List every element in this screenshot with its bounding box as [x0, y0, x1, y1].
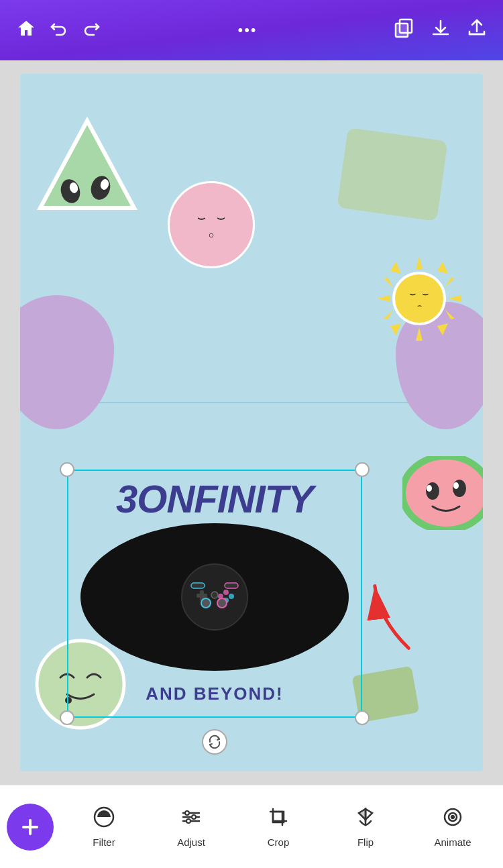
purple-blob-left	[20, 295, 114, 429]
adjust-label: Adjust	[177, 836, 205, 848]
redo-icon[interactable]	[82, 19, 101, 42]
pink-circle-character: ⌣ ⌣ ○	[168, 181, 255, 268]
svg-marker-12	[390, 262, 401, 274]
tool-animate[interactable]: Animate	[409, 801, 496, 853]
undo-icon[interactable]	[50, 19, 68, 42]
sun-character: ⌣⌣ ⌢	[376, 255, 463, 342]
svg-marker-7	[416, 256, 423, 270]
oval-shape	[80, 523, 349, 671]
svg-marker-14	[390, 323, 401, 335]
canvas-area: ⌣ ⌣ ○	[0, 60, 503, 785]
svg-rect-41	[225, 583, 238, 588]
svg-point-49	[185, 811, 189, 815]
svg-marker-11	[437, 262, 448, 274]
svg-marker-13	[437, 323, 448, 335]
fab-add-button[interactable]	[7, 804, 54, 851]
adjust-icon	[180, 806, 202, 832]
rotate-handle[interactable]	[202, 729, 227, 755]
svg-marker-10	[448, 295, 461, 302]
animate-icon	[442, 806, 463, 832]
svg-point-33	[223, 590, 229, 595]
crop-label: Crop	[268, 836, 290, 848]
svg-point-50	[192, 815, 196, 819]
svg-point-24	[427, 485, 432, 492]
svg-marker-18	[384, 310, 393, 319]
svg-marker-16	[384, 278, 393, 287]
selected-element[interactable]: 3ONFINITY	[67, 470, 362, 718]
svg-marker-2	[40, 121, 134, 208]
top-toolbar: •••	[0, 0, 503, 60]
animate-label: Animate	[434, 836, 471, 848]
bottom-tools: Filter Adjust	[60, 801, 496, 853]
crop-icon	[268, 806, 289, 832]
svg-marker-8	[416, 327, 423, 341]
handle-bottom-left[interactable]	[60, 710, 74, 725]
handle-bottom-right[interactable]	[355, 710, 370, 725]
green-triangle-character	[34, 114, 141, 215]
watermelon-character	[402, 456, 483, 530]
tool-crop[interactable]: Crop	[235, 801, 322, 853]
title-text: 3ONFINITY	[67, 476, 362, 521]
svg-marker-17	[445, 310, 455, 319]
tool-adjust[interactable]: Adjust	[148, 801, 235, 853]
filter-icon	[93, 806, 115, 832]
more-options-icon[interactable]: •••	[237, 21, 257, 39]
handle-top-right[interactable]	[355, 462, 370, 477]
flip-label: Flip	[357, 836, 374, 848]
svg-point-25	[453, 482, 459, 489]
share-icon[interactable]	[467, 18, 487, 43]
svg-point-39	[211, 592, 218, 598]
svg-point-34	[229, 594, 234, 599]
svg-marker-15	[445, 278, 455, 287]
green-rectangle	[337, 127, 447, 221]
tool-filter[interactable]: Filter	[60, 801, 148, 853]
svg-point-38	[217, 598, 227, 608]
svg-rect-40	[191, 583, 205, 588]
svg-point-51	[186, 819, 190, 823]
design-canvas[interactable]: ⌣ ⌣ ○	[20, 74, 483, 771]
download-icon[interactable]	[431, 18, 451, 43]
bottom-toolbar: Filter Adjust	[0, 785, 503, 868]
svg-rect-44	[22, 826, 38, 828]
svg-point-55	[451, 816, 454, 818]
svg-point-37	[201, 598, 211, 608]
subtitle-text: AND BEYOND!	[67, 684, 362, 704]
handle-top-left[interactable]	[60, 462, 74, 477]
flip-icon	[355, 806, 376, 832]
home-icon[interactable]	[16, 18, 36, 43]
tool-flip[interactable]: Flip	[322, 801, 409, 853]
duplicate-icon[interactable]	[394, 18, 414, 43]
svg-marker-9	[377, 295, 390, 302]
controller-icon	[181, 563, 248, 631]
filter-label: Filter	[93, 836, 115, 848]
svg-rect-1	[396, 23, 408, 37]
